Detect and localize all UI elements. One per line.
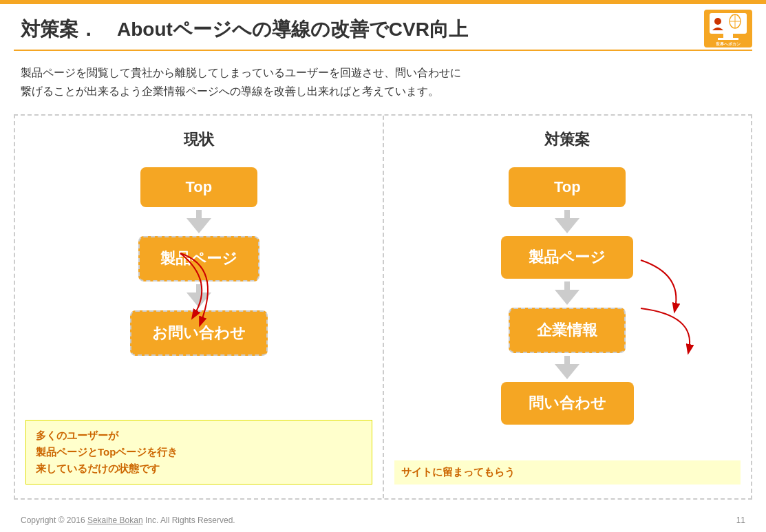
right-section-title: 対策案 <box>544 129 590 150</box>
page-number: 11 <box>736 515 745 525</box>
page-title: 対策案． Aboutページへの導線の改善でCVR向上 <box>21 17 468 43</box>
left-section-title: 現状 <box>184 129 214 150</box>
copyright-text: Copyright © 2016 <box>21 515 87 525</box>
right-arrow-1 <box>555 210 579 233</box>
svg-point-4 <box>714 18 721 25</box>
right-section: 対策案 Top 製品ページ 企業情報 <box>384 116 752 498</box>
left-note: 多くのユーザーが 製品ページとTopページを行き 来しているだけの状態です <box>25 420 372 485</box>
left-box-top: Top <box>140 167 257 207</box>
slide: 対策案． Aboutページへの導線の改善でCVR向上 世界へボカン <box>0 0 766 532</box>
left-arrow-2 <box>187 284 211 308</box>
left-arrow-1 <box>187 210 211 233</box>
left-box-contact: お問い合わせ <box>130 310 268 356</box>
svg-rect-2 <box>723 34 733 38</box>
right-flow-stack: Top 製品ページ 企業情報 問い合 <box>501 167 634 425</box>
left-flow-stack: Top 製品ページ お問い合わせ <box>130 167 268 356</box>
right-box-top: Top <box>509 167 626 207</box>
description-line2: 繋げることが出来るよう企業情報ページへの導線を改善し出来ればと考えています。 <box>21 82 745 100</box>
right-box-product: 製品ページ <box>501 236 633 279</box>
left-note-container: 多くのユーザーが 製品ページとTopページを行き 来しているだけの状態です <box>25 413 372 485</box>
content-area: 現状 Top 製品ページ お問い合わせ <box>14 114 752 500</box>
svg-text:世界へボカン: 世界へボカン <box>716 41 741 46</box>
left-box-product: 製品ページ <box>138 236 259 281</box>
left-note-text: 多くのユーザーが 製品ページとTopページを行き 来しているだけの状態です <box>36 429 178 474</box>
copyright-suffix: Inc. All Rights Reserved. <box>143 515 235 525</box>
footer-copyright: Copyright © 2016 Sekaihe Bokan Inc. All … <box>21 515 235 525</box>
right-arrow-split <box>555 281 579 305</box>
right-box-inquiry: 問い合わせ <box>501 382 634 425</box>
logo: 世界へボカン <box>704 10 752 47</box>
svg-rect-3 <box>718 38 738 40</box>
description-line1: 製品ページを閲覧して貴社から離脱してしまっているユーザーを回遊させ、問い合わせに <box>21 63 745 82</box>
right-arrow-3 <box>555 356 579 379</box>
right-note: サイトに留まってもらう <box>394 460 741 485</box>
footer: Copyright © 2016 Sekaihe Bokan Inc. All … <box>0 515 766 525</box>
right-box-company: 企業情報 <box>509 308 626 353</box>
red-arrows-right <box>627 253 737 363</box>
header: 対策案． Aboutページへの導線の改善でCVR向上 世界へボカン <box>0 4 766 50</box>
right-note-container: サイトに留まってもらう <box>394 454 741 485</box>
left-section: 現状 Top 製品ページ お問い合わせ <box>15 116 384 498</box>
company-link[interactable]: Sekaihe Bokan <box>87 515 143 525</box>
description: 製品ページを閲覧して貴社から離脱してしまっているユーザーを回遊させ、問い合わせに… <box>0 51 766 107</box>
